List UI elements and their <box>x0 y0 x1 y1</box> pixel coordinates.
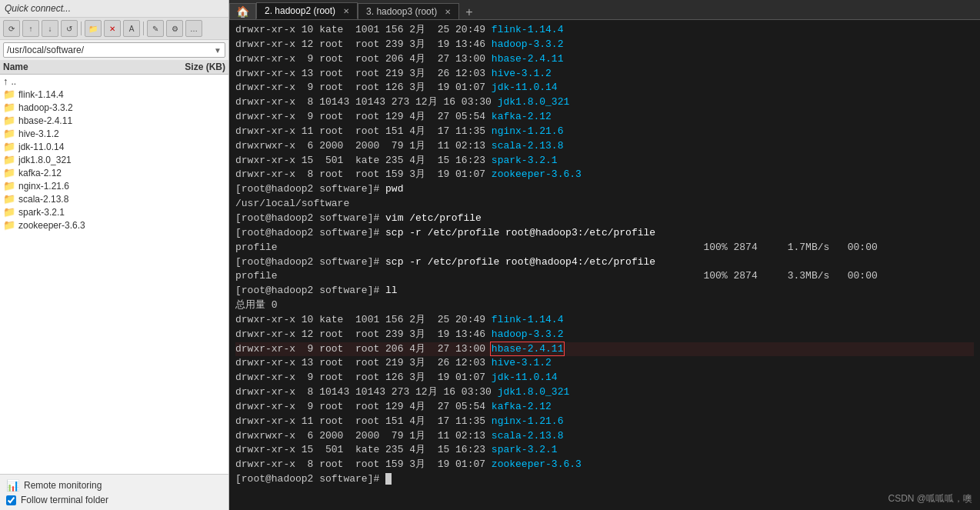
toolbar-btn-more[interactable]: … <box>185 20 202 37</box>
terminal-line: drwxr-xr-x 9 root root 129 4月 27 05:54 k… <box>235 110 974 125</box>
list-item[interactable]: 📁nginx-1.21.6 <box>0 179 228 192</box>
list-item[interactable]: 📁scala-2.13.8 <box>0 192 228 205</box>
list-item[interactable]: 📁zookeeper-3.6.3 <box>0 218 228 232</box>
folder-icon: 📁 <box>3 180 15 192</box>
toolbar-sep-2 <box>143 22 144 35</box>
toolbar-btn-delete[interactable]: ✕ <box>104 20 121 37</box>
toolbar-btn-prop[interactable]: ✎ <box>147 20 164 37</box>
toolbar-btn-upload[interactable]: ↑ <box>22 20 39 37</box>
path-bar: ▼ <box>3 42 225 58</box>
file-name: hadoop-3.3.2 <box>18 102 164 113</box>
folder-icon: 📁 <box>3 115 15 126</box>
terminal-line: drwxr-xr-x 9 root root 206 4月 27 13:00 h… <box>235 342 974 357</box>
toolbar-btn-1[interactable]: ⟳ <box>3 20 20 37</box>
terminal-line: drwxrwxr-x 6 2000 2000 79 1月 11 02:13 sc… <box>235 139 974 154</box>
list-item[interactable]: 📁jdk1.8.0_321 <box>0 153 228 166</box>
terminal-line: drwxr-xr-x 13 root root 219 3月 26 12:03 … <box>235 356 974 371</box>
terminal-line: drwxr-xr-x 10 kate 1001 156 2月 25 20:49 … <box>235 23 974 38</box>
right-panel: 🏠 2. hadoop2 (root) ✕ 3. hadoop3 (root) … <box>229 0 980 510</box>
toolbar-btn-rename[interactable]: A <box>123 20 140 37</box>
folder-icon: 📁 <box>3 102 15 113</box>
list-item[interactable]: 📁hive-3.1.2 <box>0 127 228 140</box>
terminal-wrapper: drwxr-xr-x 10 kate 1001 156 2月 25 20:49 … <box>229 20 980 510</box>
follow-folder-label: Follow terminal folder <box>21 495 108 505</box>
file-name: hive-3.1.2 <box>18 128 164 139</box>
list-item[interactable]: 📁kafka-2.12 <box>0 166 228 179</box>
tab-add-btn[interactable]: + <box>459 5 478 19</box>
folder-icon: 📁 <box>3 167 15 178</box>
follow-folder-row: Follow terminal folder <box>6 495 222 505</box>
toolbar-btn-download[interactable]: ↓ <box>42 20 58 37</box>
path-input[interactable] <box>7 45 214 55</box>
toolbar-sep-1 <box>81 22 82 35</box>
tab-hadoop3[interactable]: 3. hadoop3 (root) ✕ <box>358 3 459 19</box>
tab-hadoop3-label: 3. hadoop3 (root) <box>366 6 437 17</box>
list-item[interactable]: 📁jdk-11.0.14 <box>0 140 228 153</box>
folder-icon: 📁 <box>3 206 15 218</box>
list-item[interactable]: 📁spark-3.2.1 <box>0 205 228 218</box>
terminal-line: drwxr-xr-x 12 root root 239 3月 19 13:46 … <box>235 38 974 52</box>
path-dropdown-btn[interactable]: ▼ <box>214 46 222 55</box>
toolbar-row: ⟳ ↑ ↓ ↺ 📁 ✕ A ✎ ⚙ … <box>0 18 228 40</box>
terminal-line: 总用量 0 <box>235 298 974 313</box>
file-name: flink-1.14.4 <box>18 89 164 100</box>
tab-hadoop2-close[interactable]: ✕ <box>343 7 349 15</box>
terminal-line: drwxr-xr-x 13 root root 219 3月 26 12:03 … <box>235 67 974 82</box>
remote-monitoring-label[interactable]: Remote monitoring <box>24 480 102 491</box>
terminal-line: drwxr-xr-x 11 root root 151 4月 17 11:35 … <box>235 125 974 139</box>
terminal-line: [root@hadoop2 software]# pwd <box>235 182 974 197</box>
terminal-line: drwxr-xr-x 8 10143 10143 273 12月 16 03:3… <box>235 385 974 400</box>
terminal-line: drwxr-xr-x 8 root root 159 3月 19 01:07 z… <box>235 458 974 472</box>
file-name: hbase-2.4.11 <box>18 115 164 126</box>
file-name: zookeeper-3.6.3 <box>18 220 164 231</box>
list-item[interactable]: ↑.. <box>0 75 228 88</box>
tab-bar: 🏠 2. hadoop2 (root) ✕ 3. hadoop3 (root) … <box>229 0 980 20</box>
file-name: scala-2.13.8 <box>18 194 164 205</box>
folder-icon: 📁 <box>3 128 15 139</box>
toolbar-btn-refresh2[interactable]: ↺ <box>61 20 78 37</box>
terminal-line: [root@hadoop2 software]# scp -r /etc/pro… <box>235 226 974 241</box>
left-panel: Quick connect... ⟳ ↑ ↓ ↺ 📁 ✕ A ✎ ⚙ … ▼ N… <box>0 0 229 510</box>
col-size-header: Size (KB) <box>164 62 225 72</box>
quick-connect-label: Quick connect... <box>5 3 71 14</box>
col-name-header: Name <box>3 62 164 72</box>
remote-monitoring-row: 📊 Remote monitoring <box>6 479 222 492</box>
tab-hadoop2-label: 2. hadoop2 (root) <box>265 5 335 16</box>
toolbar-btn-perm[interactable]: ⚙ <box>166 20 183 37</box>
terminal-line: /usr/local/software <box>235 197 974 212</box>
tab-hadoop2[interactable]: 2. hadoop2 (root) ✕ <box>256 2 358 19</box>
list-item[interactable]: 📁hbase-2.4.11 <box>0 114 228 127</box>
file-list: ↑..📁flink-1.14.4📁hadoop-3.3.2📁hbase-2.4.… <box>0 75 228 474</box>
toolbar-btn-newfolder[interactable]: 📁 <box>85 20 102 37</box>
terminal-line: drwxr-xr-x 15 501 kate 235 4月 15 16:23 s… <box>235 443 974 458</box>
tab-home-btn[interactable]: 🏠 <box>229 3 256 19</box>
folder-icon: 📁 <box>3 219 15 231</box>
file-table-header: Name Size (KB) <box>0 60 228 75</box>
terminal-body[interactable]: drwxr-xr-x 10 kate 1001 156 2月 25 20:49 … <box>229 20 980 510</box>
terminal-line: drwxr-xr-x 12 root root 239 3月 19 13:46 … <box>235 328 974 342</box>
terminal-line: profile 100% 2874 1.7MB/s 00:00 <box>235 241 974 255</box>
terminal-line: [root@hadoop2 software]# <box>235 472 974 487</box>
terminal-line: drwxr-xr-x 15 501 kate 235 4月 15 16:23 s… <box>235 154 974 168</box>
folder-icon: ↑ <box>3 75 8 87</box>
tab-hadoop3-close[interactable]: ✕ <box>445 8 451 16</box>
quick-connect-bar: Quick connect... <box>0 0 228 18</box>
terminal-line: drwxr-xr-x 11 root root 151 4月 17 11:35 … <box>235 415 974 429</box>
terminal-line: drwxrwxr-x 6 2000 2000 79 1月 11 02:13 sc… <box>235 429 974 444</box>
follow-folder-checkbox[interactable] <box>6 495 16 505</box>
terminal-line: drwxr-xr-x 9 root root 129 4月 27 05:54 k… <box>235 400 974 415</box>
folder-icon: 📁 <box>3 141 15 152</box>
folder-icon: 📁 <box>3 154 15 165</box>
list-item[interactable]: 📁hadoop-3.3.2 <box>0 101 228 114</box>
folder-icon: 📁 <box>3 88 15 100</box>
terminal-line: drwxr-xr-x 9 root root 206 4月 27 13:00 h… <box>235 52 974 67</box>
file-name: kafka-2.12 <box>18 168 164 178</box>
list-item[interactable]: 📁flink-1.14.4 <box>0 88 228 101</box>
terminal-line: drwxr-xr-x 8 root root 159 3月 19 01:07 z… <box>235 168 974 182</box>
file-name: .. <box>12 76 165 87</box>
file-name: jdk1.8.0_321 <box>18 155 164 165</box>
terminal-line: drwxr-xr-x 10 kate 1001 156 2月 25 20:49 … <box>235 313 974 328</box>
left-panel-bottom: 📊 Remote monitoring Follow terminal fold… <box>0 474 228 510</box>
terminal-line: profile 100% 2874 3.3MB/s 00:00 <box>235 269 974 284</box>
monitor-icon: 📊 <box>6 479 19 492</box>
